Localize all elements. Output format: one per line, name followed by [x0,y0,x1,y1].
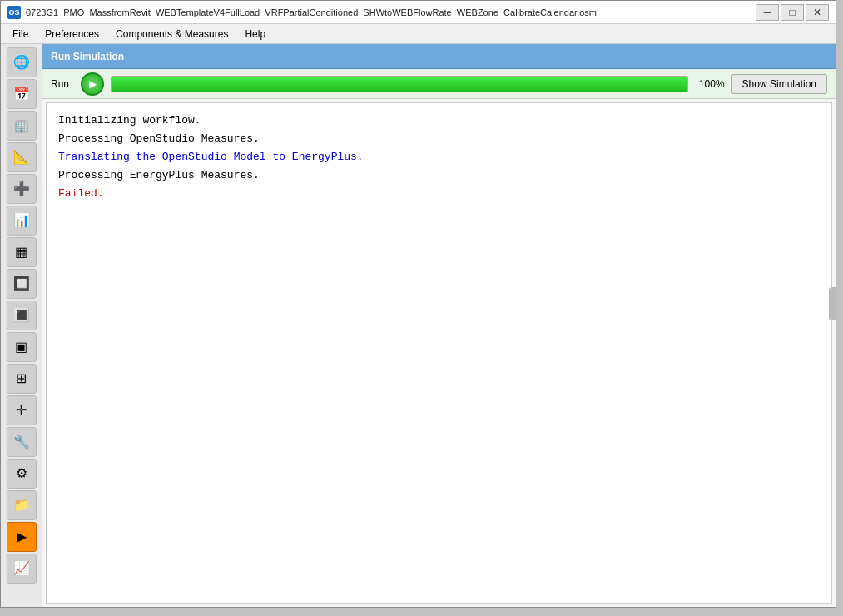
plus-icon[interactable]: ➕ [7,174,37,204]
window-title: 0723G1_PMO_MassfromRevit_WEBTemplateV4Fu… [26,7,756,17]
calendar-icon[interactable]: 📅 [7,79,37,109]
sidebar: 🌐📅🏢📐➕📊▦🔲🔳▣⊞✛🔧⚙📁▶📈 [1,44,42,607]
title-bar: OS 0723G1_PMO_MassfromRevit_WEBTemplateV… [1,1,836,24]
block4-icon[interactable]: ⊞ [7,364,37,394]
log-area: Initializing workflow.Processing OpenStu… [46,102,832,604]
folder-icon[interactable]: 📁 [7,490,37,520]
menu-help[interactable]: Help [236,27,274,42]
results-icon[interactable]: 📈 [7,554,37,584]
tools-icon[interactable]: 🔧 [7,427,37,457]
gear-icon[interactable]: ⚙ [7,459,37,489]
progress-fill [112,77,687,92]
move-icon[interactable]: ✛ [7,395,37,425]
menu-file[interactable]: File [4,27,37,42]
block3-icon[interactable]: ▣ [7,332,37,362]
show-simulation-button[interactable]: Show Simulation [731,74,827,94]
window-controls: ─ □ ✕ [756,4,829,21]
run-label: Run [51,78,74,90]
play-button[interactable]: ▶ [81,72,104,96]
block2-icon[interactable]: 🔳 [7,301,37,330]
site-icon[interactable]: 🌐 [7,47,37,77]
log-line: Initializing workflow. [58,112,820,130]
menu-preferences[interactable]: Preferences [37,27,107,42]
hvac-icon[interactable]: 🔲 [7,269,37,299]
chart-icon[interactable]: 📊 [7,206,37,236]
log-line: Translating the OpenStudio Model to Ener… [58,148,820,166]
building-icon[interactable]: 🏢 [7,111,37,141]
log-line: Processing EnergyPlus Measures. [58,166,820,185]
log-line: Failed. [58,185,820,203]
menu-components-measures[interactable]: Components & Measures [107,27,236,42]
run-simulation-title: Run Simulation [51,51,124,62]
content-area: Run Simulation Run ▶ 100% Show Simulatio… [42,44,836,607]
app-icon: OS [7,6,21,19]
run-icon[interactable]: ▶ [7,522,37,552]
main-window: OS 0723G1_PMO_MassfromRevit_WEBTemplateV… [0,0,836,608]
grid-icon[interactable]: ▦ [7,237,37,267]
minimize-button[interactable]: ─ [756,4,779,21]
restore-button[interactable]: □ [781,4,804,21]
run-simulation-bar: Run Simulation [42,44,836,69]
geometry-icon[interactable]: 📐 [7,142,37,172]
progress-bar-container [111,76,688,92]
menu-bar: File Preferences Components & Measures H… [1,24,836,44]
progress-percent: 100% [695,78,725,90]
right-handle [829,287,836,320]
progress-row: Run ▶ 100% Show Simulation [42,69,836,99]
close-button[interactable]: ✕ [806,4,829,21]
main-layout: 🌐📅🏢📐➕📊▦🔲🔳▣⊞✛🔧⚙📁▶📈 Run Simulation Run ▶ 1… [1,44,836,607]
log-line: Processing OpenStudio Measures. [58,130,820,148]
